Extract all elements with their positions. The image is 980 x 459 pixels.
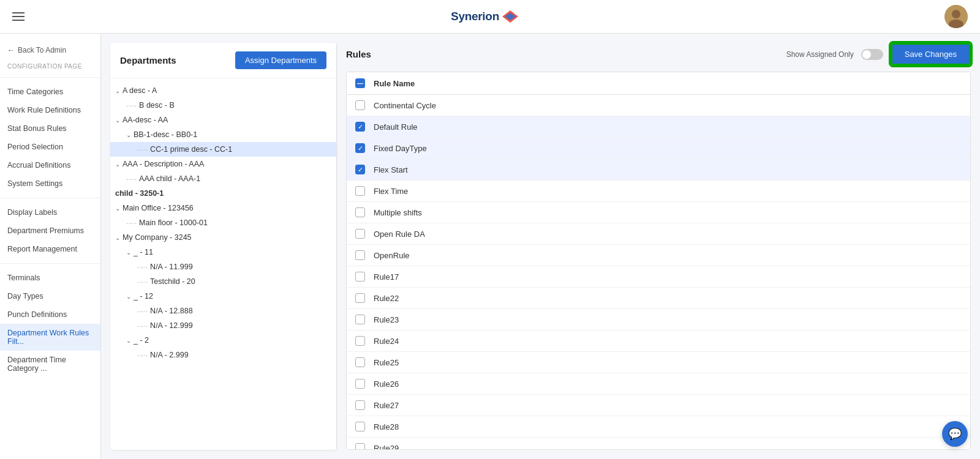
rule-row-7[interactable]: Open Rule DA <box>347 223 970 245</box>
rule-row-5[interactable]: Flex Time <box>347 181 970 202</box>
rule-row-1[interactable]: Continental Cycle <box>347 95 970 116</box>
rule-checkbox[interactable] <box>355 400 365 410</box>
tree-item-10[interactable]: -·-·-Main floor - 1000-01 <box>110 215 336 230</box>
tree-item-11[interactable]: ⌄My Company - 3245 <box>110 230 336 245</box>
tree-item-16[interactable]: -·-·-N/A - 12.888 <box>110 304 336 318</box>
tree-item-8[interactable]: child - 3250-1 <box>110 186 336 201</box>
rule-row-9[interactable]: Rule17 <box>347 266 970 288</box>
rule-checkbox-cell[interactable] <box>355 379 374 389</box>
sidebar-item-stat-bonus-rules[interactable]: Stat Bonus Rules <box>0 119 100 138</box>
rule-checkbox[interactable] <box>355 379 365 389</box>
sidebar-item-report-management[interactable]: Report Management <box>0 240 100 258</box>
tree-item-7[interactable]: -·-·-AAA child - AAA-1 <box>110 171 336 186</box>
rule-row-11[interactable]: Rule23 <box>347 309 970 330</box>
dash-line: -·-·- <box>137 263 148 271</box>
tree-item-17[interactable]: -·-·-N/A - 12.999 <box>110 318 336 333</box>
hamburger-button[interactable] <box>12 12 24 21</box>
tree-item-6[interactable]: ⌄AAA - Description - AAA <box>110 157 336 171</box>
sidebar-item-day-types[interactable]: Day Types <box>0 287 100 305</box>
rule-checkbox-cell[interactable] <box>355 272 374 282</box>
rule-checkbox[interactable] <box>355 186 365 196</box>
sidebar-item-system-settings[interactable]: System Settings <box>0 174 100 193</box>
back-to-admin[interactable]: ← Back To Admin <box>0 41 100 59</box>
rule-checkbox[interactable] <box>355 336 365 346</box>
rule-checkbox[interactable] <box>355 207 365 217</box>
tree-item-19[interactable]: -·-·-N/A - 2.999 <box>110 348 336 362</box>
rule-checkbox-cell[interactable] <box>355 336 374 346</box>
sidebar-item-punch-definitions[interactable]: Punch Definitions <box>0 305 100 324</box>
rule-row-16[interactable]: Rule28 <box>347 416 970 438</box>
svg-point-3 <box>952 10 960 18</box>
assign-departments-button[interactable]: Assign Departments <box>235 51 326 69</box>
tree-item-2[interactable]: -·-·-B desc - B <box>110 98 336 113</box>
rule-name: Flex Time <box>374 187 962 196</box>
rule-checkbox[interactable] <box>355 165 365 174</box>
rule-checkbox-cell[interactable] <box>355 122 374 132</box>
rule-checkbox-cell[interactable] <box>355 250 374 260</box>
rule-checkbox[interactable] <box>355 272 365 282</box>
rule-checkbox[interactable] <box>355 422 365 431</box>
rule-row-10[interactable]: Rule22 <box>347 288 970 309</box>
rule-row-13[interactable]: Rule25 <box>347 352 970 373</box>
tree-item-13[interactable]: -·-·-N/A - 11.999 <box>110 259 336 274</box>
header-checkbox[interactable] <box>355 78 365 88</box>
rule-checkbox-cell[interactable] <box>355 207 374 217</box>
rule-row-6[interactable]: Multiple shifts <box>347 202 970 223</box>
header-checkbox-cell[interactable] <box>355 78 374 88</box>
tree-item-9[interactable]: ⌄Main Office - 123456 <box>110 201 336 215</box>
tree-item-4[interactable]: ⌄ BB-1-desc - BB0-1 <box>110 127 336 142</box>
rule-checkbox[interactable] <box>355 357 365 367</box>
sidebar-item-department-premiums[interactable]: Department Premiums <box>0 222 100 240</box>
rule-row-15[interactable]: Rule27 <box>347 395 970 416</box>
rule-checkbox-cell[interactable] <box>355 186 374 196</box>
rule-checkbox-cell[interactable] <box>355 357 374 367</box>
sidebar-item-dept-work-rules[interactable]: Department Work Rules Filt... <box>0 324 100 351</box>
rule-checkbox-cell[interactable] <box>355 293 374 303</box>
sidebar-item-dept-time-category[interactable]: Department Time Category ... <box>0 351 100 378</box>
tree-item-18[interactable]: ⌄ _ - 2 <box>110 333 336 348</box>
rule-checkbox-cell[interactable] <box>355 422 374 431</box>
rule-checkbox[interactable] <box>355 315 365 324</box>
tree-item-5[interactable]: -·-·-CC-1 prime desc - CC-1 <box>110 142 336 157</box>
rule-checkbox[interactable] <box>355 443 365 450</box>
show-assigned-toggle[interactable] <box>861 49 883 60</box>
rule-checkbox-cell[interactable] <box>355 443 374 450</box>
sidebar-item-terminals[interactable]: Terminals <box>0 269 100 287</box>
save-changes-button[interactable]: Save Changes <box>891 43 971 65</box>
rule-checkbox-cell[interactable] <box>355 400 374 410</box>
tree-item-12[interactable]: ⌄ _ - 11 <box>110 245 336 259</box>
rule-checkbox[interactable] <box>355 229 365 239</box>
sidebar-item-period-selection[interactable]: Period Selection <box>0 138 100 156</box>
tree-item-15[interactable]: ⌄ _ - 12 <box>110 289 336 304</box>
rule-row-17[interactable]: Rule29 <box>347 438 970 450</box>
rule-name: Rule25 <box>374 358 962 367</box>
tree-item-1[interactable]: ⌄A desc - A <box>110 83 336 98</box>
rule-row-3[interactable]: Fixed DayType <box>347 138 970 159</box>
expand-icon: ⌄ <box>115 117 120 124</box>
rule-row-2[interactable]: Default Rule <box>347 116 970 138</box>
rule-checkbox[interactable] <box>355 143 365 153</box>
rule-checkbox-cell[interactable] <box>355 315 374 324</box>
rule-row-4[interactable]: Flex Start <box>347 159 970 181</box>
avatar[interactable] <box>944 5 968 28</box>
expand-icon: ⌄ <box>126 293 131 300</box>
rule-checkbox-cell[interactable] <box>355 100 374 110</box>
tree-label: CC-1 prime desc - CC-1 <box>150 145 232 154</box>
rule-checkbox[interactable] <box>355 122 365 132</box>
sidebar-item-display-labels[interactable]: Display Labels <box>0 203 100 222</box>
chat-bubble[interactable]: 💬 <box>942 421 968 447</box>
rule-row-12[interactable]: Rule24 <box>347 330 970 352</box>
tree-item-3[interactable]: ⌄AA-desc - AA <box>110 113 336 127</box>
rule-checkbox[interactable] <box>355 293 365 303</box>
rule-row-14[interactable]: Rule26 <box>347 373 970 395</box>
rule-checkbox-cell[interactable] <box>355 229 374 239</box>
rule-checkbox[interactable] <box>355 100 365 110</box>
rule-checkbox-cell[interactable] <box>355 165 374 174</box>
sidebar-item-accrual-definitions[interactable]: Accrual Definitions <box>0 156 100 174</box>
rule-checkbox[interactable] <box>355 250 365 260</box>
tree-item-14[interactable]: -·-·-Testchild - 20 <box>110 274 336 289</box>
sidebar-item-time-categories[interactable]: Time Categories <box>0 83 100 101</box>
rule-checkbox-cell[interactable] <box>355 143 374 153</box>
rule-row-8[interactable]: OpenRule <box>347 245 970 266</box>
sidebar-item-work-rule-definitions[interactable]: Work Rule Definitions <box>0 101 100 119</box>
